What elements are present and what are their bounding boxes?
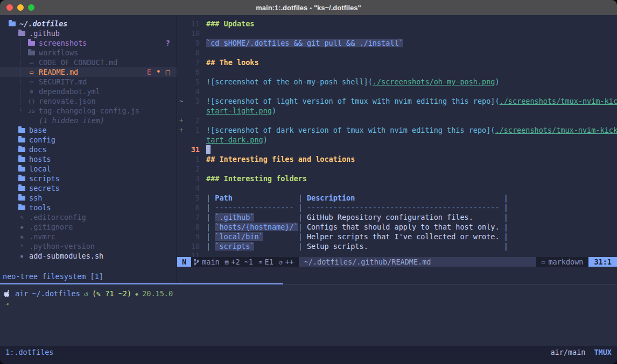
prompt-cwd: ~/.dotfiles xyxy=(32,289,80,298)
tree-item-renovate.json[interactable]: │{}renovate.json xyxy=(0,96,177,106)
tree-item-label: SECURITY.md xyxy=(39,77,87,86)
line-number: 8 xyxy=(187,48,200,57)
tmux-session-label: air/main xyxy=(550,348,585,356)
folder-icon xyxy=(18,186,25,191)
editor-line[interactable]: 4 xyxy=(177,87,617,96)
editor-line[interactable]: +1![screenshot of dark version of tmux w… xyxy=(177,125,617,135)
fullscreen-button[interactable] xyxy=(28,4,34,11)
editor-line[interactable]: 4 xyxy=(177,183,617,193)
editor-line[interactable]: 6 xyxy=(177,67,617,77)
tree-item-add-submodules.sh[interactable]: ▪add-submodules.sh xyxy=(0,251,177,261)
tree-item-tools[interactable]: tools xyxy=(0,203,177,212)
editor-line[interactable]: tart-dark.png) xyxy=(177,135,617,145)
tree-item-code-of-conduct.md[interactable]: │▭CODE_OF_CONDUCT.md xyxy=(0,58,177,67)
tree-item-tag-changelog-config.js[interactable]: └ᴊstag-changelog-config.js xyxy=(0,106,177,116)
tree-item-label: config xyxy=(29,135,55,144)
tree-item-label: ssh xyxy=(29,194,42,202)
tree-item-label: screenshots xyxy=(39,39,87,47)
prompt-git-status: (✎ ?1 ~2) xyxy=(92,289,131,298)
tree-item-scripts[interactable]: scripts xyxy=(0,174,177,183)
tree-item-.gitignore[interactable]: ◆.gitignore xyxy=(0,222,177,232)
editor-line[interactable]: ~3![screenshot of light version of tmux … xyxy=(177,96,617,106)
line-number: 31 xyxy=(187,145,200,154)
editor-line[interactable]: 10 xyxy=(177,28,617,38)
line-number: 5 xyxy=(187,194,200,202)
gutter-sign: + xyxy=(177,126,187,134)
tree-item--.dotfiles[interactable]: ~/.dotfiles xyxy=(0,19,177,28)
gutter-sign xyxy=(177,78,187,85)
editor-line[interactable]: 3### Interesting folders xyxy=(177,174,617,183)
gutter-sign xyxy=(177,204,187,211)
editor-line[interactable]: 7| `.github` | GitHub Repository configu… xyxy=(177,212,617,222)
tree-item-label: (1 hidden item) xyxy=(39,116,104,125)
editor-line[interactable]: 31 xyxy=(177,145,617,154)
tree-item-label: ~/.dotfiles xyxy=(19,19,67,28)
tree-item-security.md[interactable]: │▭SECURITY.md xyxy=(0,77,177,87)
line-text: | `local/bin` | Helper scripts that I've… xyxy=(206,232,508,241)
close-button[interactable] xyxy=(6,4,13,11)
editor-line[interactable]: 9| `local/bin` | Helper scripts that I'v… xyxy=(177,232,617,241)
shell-pane[interactable]: air ~/.dotfiles ↺ (✎ ?1 ~2) ◆ 20.15.0 → xyxy=(0,284,617,346)
tree-item-label: scripts xyxy=(29,174,60,183)
folder-icon xyxy=(18,176,25,181)
editor-line[interactable]: 6| ------------------ | ----------------… xyxy=(177,203,617,212)
tree-item-local[interactable]: local xyxy=(0,164,177,174)
line-number: 8 xyxy=(187,223,200,231)
editor-buffer[interactable]: 11### Updates 10 9`cd $HOME/.dotfiles &&… xyxy=(177,15,617,257)
tree-item-screenshots[interactable]: │screenshots? xyxy=(0,38,177,48)
editor-line[interactable]: 9`cd $HOME/.dotfiles && git pull && ./in… xyxy=(177,38,617,48)
editor-line[interactable]: 1## Interesting files and locations xyxy=(177,154,617,164)
editor-line[interactable]: 8 xyxy=(177,48,617,58)
tree-item-hosts[interactable]: hosts xyxy=(0,154,177,164)
gutter-sign xyxy=(177,30,187,37)
filetype-label: markdown xyxy=(548,258,583,266)
tree-item-docs[interactable]: docs xyxy=(0,145,177,154)
editor-line[interactable]: 7## The looks xyxy=(177,58,617,67)
tree-item-base[interactable]: base xyxy=(0,125,177,135)
tree-item-.nvmrc[interactable]: ◈.nvmrc xyxy=(0,232,177,241)
folder-icon xyxy=(18,31,25,36)
prompt-char: → xyxy=(4,299,9,308)
tree-item-workflows[interactable]: │workflows xyxy=(0,48,177,58)
minimize-button[interactable] xyxy=(17,4,24,11)
tree-item-ssh[interactable]: ssh xyxy=(0,193,177,203)
tree-item-.github[interactable]: .github xyxy=(0,28,177,38)
nvim-cmdline[interactable] xyxy=(177,267,617,283)
editor-line[interactable]: 11 xyxy=(177,251,617,257)
tree-item-secrets[interactable]: secrets xyxy=(0,183,177,193)
tree-item-label: renovate.json xyxy=(39,97,96,105)
line-number: 7 xyxy=(187,58,200,67)
tree-item-readme.md[interactable]: │▭README.mdE•□ xyxy=(0,67,177,77)
window-title: main:1:.dotfiles - "ks~/.dotfiles" xyxy=(256,4,361,12)
buffer-icon: ▤ xyxy=(225,259,229,266)
tree-item--1-hidden-item-[interactable]: (1 hidden item) xyxy=(0,116,177,125)
editor-line[interactable]: 2 xyxy=(177,164,617,174)
tree-guide: │ xyxy=(18,49,28,56)
status-badge: ? xyxy=(166,39,170,47)
tree-item-label: secrets xyxy=(29,184,60,192)
tree-item-.python-version[interactable]: *.python-version xyxy=(0,241,177,251)
editor-line[interactable]: 5![screenshot of the oh-my-posh shell](.… xyxy=(177,77,617,87)
tree-item-config[interactable]: config xyxy=(0,135,177,145)
folder-icon xyxy=(9,22,16,26)
editor-line[interactable]: start-light.png) xyxy=(177,106,617,116)
tree-item-label: hosts xyxy=(29,155,51,163)
apple-icon xyxy=(4,290,11,297)
gutter-sign xyxy=(177,213,187,221)
editor-line[interactable]: 8| `hosts/{hostname}/`| Configs that sho… xyxy=(177,222,617,232)
hex-icon: ◈ xyxy=(18,233,25,240)
tmux-window-item[interactable]: 1:.dotfiles xyxy=(5,348,53,356)
editor-line[interactable]: 11### Updates xyxy=(177,19,617,28)
editor-line[interactable]: +2 xyxy=(177,116,617,125)
tree-item-.editorconfig[interactable]: ✎.editorconfig xyxy=(0,212,177,222)
editor-line[interactable]: 10| `scripts` | Setup scripts. | xyxy=(177,241,617,251)
editor-pane: 11### Updates 10 9`cd $HOME/.dotfiles &&… xyxy=(177,15,617,283)
gutter-sign xyxy=(177,88,187,95)
line-number: 4 xyxy=(187,87,200,96)
gutter-sign xyxy=(177,136,187,144)
editor-line[interactable]: 5| Path | Description | xyxy=(177,193,617,203)
line-text: | `scripts` | Setup scripts. | xyxy=(206,242,508,251)
gutter-sign xyxy=(177,68,187,76)
tree-item-dependabot.yml[interactable]: │⚙dependabot.yml xyxy=(0,87,177,96)
line-number: 11 xyxy=(187,19,200,28)
